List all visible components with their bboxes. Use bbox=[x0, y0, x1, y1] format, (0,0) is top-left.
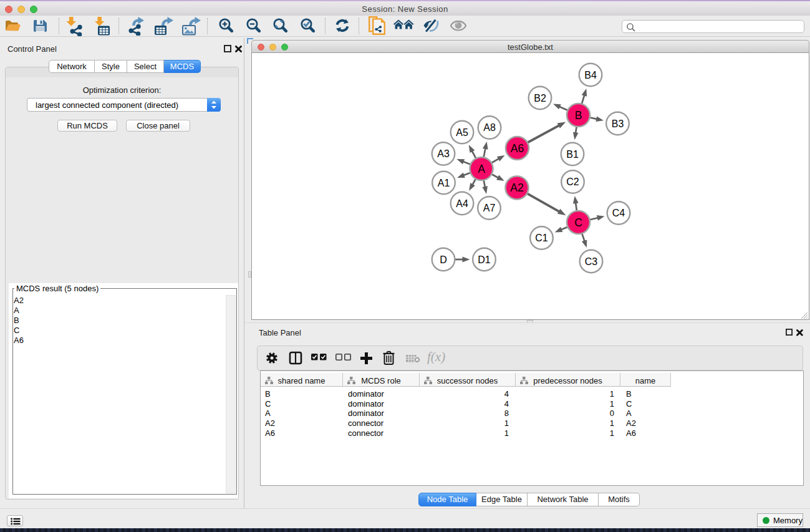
svg-text:A3: A3 bbox=[437, 148, 450, 159]
svg-text:B3: B3 bbox=[612, 118, 624, 129]
svg-text:D1: D1 bbox=[478, 254, 491, 265]
svg-text:B4: B4 bbox=[584, 70, 597, 80]
svg-text:C3: C3 bbox=[585, 256, 598, 267]
svg-text:A2: A2 bbox=[510, 181, 523, 194]
svg-text:A8: A8 bbox=[483, 122, 496, 133]
svg-text:C: C bbox=[574, 216, 582, 229]
svg-text:B2: B2 bbox=[534, 93, 546, 104]
svg-text:C2: C2 bbox=[566, 177, 579, 187]
svg-text:B1: B1 bbox=[566, 149, 579, 160]
svg-text:C1: C1 bbox=[535, 233, 548, 243]
svg-text:C4: C4 bbox=[612, 208, 625, 218]
svg-text:A7: A7 bbox=[483, 203, 496, 213]
svg-text:B: B bbox=[575, 109, 582, 122]
svg-text:A4: A4 bbox=[456, 198, 468, 209]
svg-text:A1: A1 bbox=[438, 178, 450, 188]
svg-text:A5: A5 bbox=[456, 127, 468, 138]
svg-text:A: A bbox=[478, 163, 485, 175]
svg-text:A6: A6 bbox=[511, 142, 524, 155]
svg-text:D: D bbox=[440, 254, 447, 265]
